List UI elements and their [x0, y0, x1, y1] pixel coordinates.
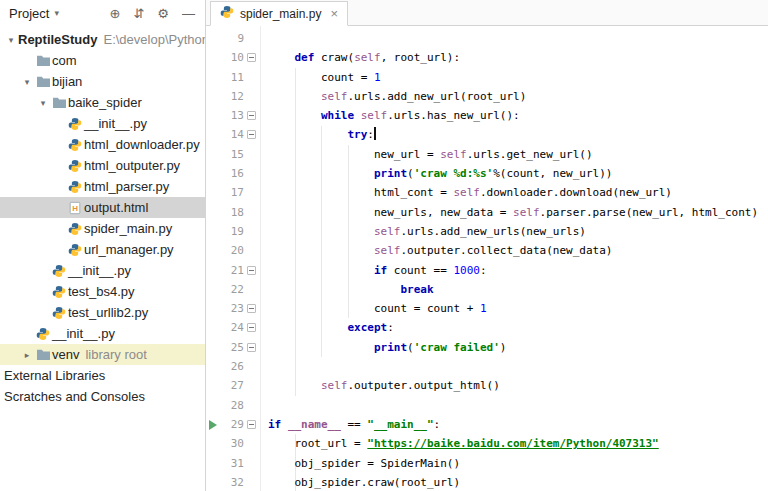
collapse-all-icon[interactable]: ⇵: [133, 7, 144, 20]
fold-column: [244, 396, 260, 415]
tree-item-label: test_bs4.py: [68, 284, 135, 299]
tab-spider-main[interactable]: spider_main.py ×: [210, 1, 348, 26]
code-line-32[interactable]: 32 obj_spider.craw(root_url): [206, 473, 768, 491]
tree-item-init-py[interactable]: __init__.py: [0, 260, 205, 281]
tree-item-label: url_manager.py: [84, 242, 174, 257]
gutter-left-cell: [206, 338, 220, 357]
python-icon: [50, 306, 68, 320]
code-line-23[interactable]: 23 count = count + 1: [206, 299, 768, 318]
gutter-left-cell: [206, 357, 220, 376]
line-number: 18: [220, 203, 244, 222]
code-line-19[interactable]: 19 self.urls.add_new_urls(new_urls): [206, 222, 768, 241]
gutter-left-cell: [206, 145, 220, 164]
code-line-24[interactable]: 24 except:: [206, 318, 768, 337]
fold-start-icon[interactable]: [247, 266, 256, 275]
line-number: 21: [220, 261, 244, 280]
code-line-31[interactable]: 31 obj_spider = SpiderMain(): [206, 454, 768, 473]
gutter-left-cell: [206, 473, 220, 491]
project-view-dropdown[interactable]: Project ▾: [9, 6, 59, 21]
code-line-28[interactable]: 28: [206, 396, 768, 415]
code-line-20[interactable]: 20 self.outputer.collect_data(new_data): [206, 241, 768, 260]
fold-start-icon[interactable]: [247, 130, 256, 139]
code-line-10[interactable]: 10 def craw(self, root_url):: [206, 48, 768, 67]
code-text: break: [260, 280, 434, 299]
fold-column: [244, 29, 260, 48]
chevron-right-icon[interactable]: ▸: [20, 350, 34, 360]
code-line-25[interactable]: 25 print('craw failed'): [206, 338, 768, 357]
tree-item-baike-spider[interactable]: ▾baike_spider: [0, 92, 205, 113]
code-line-15[interactable]: 15 new_url = self.urls.get_new_url(): [206, 145, 768, 164]
tree-item-init-py[interactable]: __init__.py: [0, 323, 205, 344]
line-number: 16: [220, 164, 244, 183]
tree-item-test-bs4-py[interactable]: test_bs4.py: [0, 281, 205, 302]
line-number: 11: [220, 68, 244, 87]
tree-item-scratches-and-consoles[interactable]: Scratches and Consoles: [0, 386, 205, 407]
tree-item-suffix: E:\develop\Python\: [103, 32, 205, 47]
chevron-down-icon: ▾: [54, 8, 59, 18]
code-line-22[interactable]: 22 break: [206, 280, 768, 299]
python-icon: [50, 264, 68, 278]
gutter-left-cell: [206, 241, 220, 260]
chevron-down-icon[interactable]: ▾: [36, 98, 50, 108]
run-arrow-icon[interactable]: [209, 420, 217, 430]
code-line-17[interactable]: 17 html_cont = self.downloader.download(…: [206, 183, 768, 202]
folder-icon: [34, 75, 52, 88]
code-line-12[interactable]: 12 self.urls.add_new_url(root_url): [206, 87, 768, 106]
code-text: if __name__ == "__main__":: [260, 415, 440, 434]
gutter-left-cell: [206, 87, 220, 106]
tree-item-html-parser-py[interactable]: html_parser.py: [0, 176, 205, 197]
tree-item-init-py[interactable]: __init__.py: [0, 113, 205, 134]
code-line-9[interactable]: 9: [206, 29, 768, 48]
code-text: obj_spider.craw(root_url): [260, 473, 460, 491]
tree-item-html-downloader-py[interactable]: html_downloader.py: [0, 134, 205, 155]
fold-end-icon[interactable]: [247, 343, 256, 352]
tree-item-test-urllib2-py[interactable]: test_urllib2.py: [0, 302, 205, 323]
chevron-down-icon[interactable]: ▾: [4, 35, 18, 45]
code-line-13[interactable]: 13 while self.urls.has_new_url():: [206, 106, 768, 125]
code-line-18[interactable]: 18 new_urls, new_data = self.parser.pars…: [206, 203, 768, 222]
tree-item-url-manager-py[interactable]: url_manager.py: [0, 239, 205, 260]
code-line-14[interactable]: 14 try:: [206, 125, 768, 144]
settings-gear-icon[interactable]: ⚙: [157, 7, 169, 20]
fold-column: [244, 473, 260, 491]
gutter-left-cell: [206, 183, 220, 202]
tree-item-output-html[interactable]: Houtput.html: [0, 197, 205, 218]
gutter-left-cell: [206, 106, 220, 125]
code-line-30[interactable]: 30 root_url = "https://baike.baidu.com/i…: [206, 434, 768, 453]
code-line-29[interactable]: 29if __name__ == "__main__":: [206, 415, 768, 434]
tree-item-label: com: [52, 53, 77, 68]
fold-start-icon[interactable]: [247, 111, 256, 120]
code-line-27[interactable]: 27 self.outputer.output_html(): [206, 376, 768, 395]
fold-column: [244, 48, 260, 67]
hide-panel-icon[interactable]: —: [182, 7, 195, 20]
code-line-16[interactable]: 16 print('craw %d:%s'%(count, new_url)): [206, 164, 768, 183]
code-line-11[interactable]: 11 count = 1: [206, 68, 768, 87]
fold-end-icon[interactable]: [247, 304, 256, 313]
code-line-21[interactable]: 21 if count == 1000:: [206, 261, 768, 280]
folder-icon: [34, 348, 52, 361]
tree-item-html-outputer-py[interactable]: html_outputer.py: [0, 155, 205, 176]
gutter-run-cell: [206, 415, 220, 434]
locate-file-icon[interactable]: ⊕: [110, 7, 121, 20]
code-text: self.urls.add_new_url(root_url): [260, 87, 526, 106]
gutter-left-cell: [206, 454, 220, 473]
tree-item-bijian[interactable]: ▾bijian: [0, 71, 205, 92]
tree-item-venv[interactable]: ▸venvlibrary root: [0, 344, 205, 365]
chevron-down-icon[interactable]: ▾: [20, 77, 34, 87]
ide-window: Project ▾ ⊕⇵⚙— ▾ReptileStudyE:\develop\P…: [0, 0, 768, 491]
fold-start-icon[interactable]: [247, 53, 256, 62]
html-icon: H: [66, 201, 84, 215]
fold-start-icon[interactable]: [247, 420, 256, 429]
tree-item-label: ReptileStudy: [18, 32, 97, 47]
tree-item-external-libraries[interactable]: External Libraries: [0, 365, 205, 386]
tree-item-reptilestudy[interactable]: ▾ReptileStudyE:\develop\Python\: [0, 29, 205, 50]
code-lines: 910 def craw(self, root_url):11 count = …: [206, 29, 768, 491]
code-line-26[interactable]: 26: [206, 357, 768, 376]
tree-item-com[interactable]: com: [0, 50, 205, 71]
fold-start-icon[interactable]: [247, 323, 256, 332]
code-editor[interactable]: 910 def craw(self, root_url):11 count = …: [206, 26, 768, 491]
close-icon[interactable]: ×: [330, 7, 338, 20]
tree-item-spider-main-py[interactable]: spider_main.py: [0, 218, 205, 239]
line-number: 28: [220, 396, 244, 415]
code-text: print('craw failed'): [260, 338, 506, 357]
